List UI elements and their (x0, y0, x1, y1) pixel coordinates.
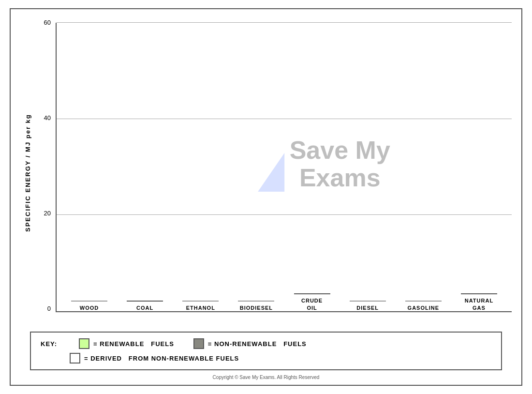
chart-area: SPECIFIC ENERGY / MJ per kg 0 20 40 60 (20, 19, 512, 327)
y-tick-40: 40 (36, 114, 53, 121)
bar-natural-gas (461, 293, 497, 294)
bar-item-natural-gas: NATURALGAS (457, 293, 501, 311)
bar-ethanol (182, 301, 219, 302)
legend-item-derived: = DERIVED FROM NON-RENEWABLE FUELS (70, 353, 239, 364)
chart-container: SPECIFIC ENERGY / MJ per kg 0 20 40 60 (10, 8, 522, 386)
legend-box-renewable (79, 338, 89, 349)
bar-label-natural-gas: NATURALGAS (465, 297, 493, 311)
bar-crude-oil (294, 293, 330, 294)
bar-label-gasoline: GASOLINE (408, 304, 439, 311)
y-axis-label: SPECIFIC ENERGY / MJ per kg (20, 19, 31, 327)
bar-label-biodiesel: BIODIESEL (240, 304, 273, 311)
bar-biodiesel (238, 301, 274, 302)
bar-item-ethanol: ETHANOL (179, 301, 222, 311)
grid-and-bars: 0 20 40 60 Save MyExams (36, 19, 512, 327)
bar-item-biodiesel: BIODIESEL (235, 301, 278, 311)
bars-group: WOOD COAL ETHANOL (57, 23, 512, 311)
bar-item-diesel: DIESEL (346, 301, 389, 311)
bar-label-ethanol: ETHANOL (186, 304, 215, 311)
bar-label-diesel: DIESEL (356, 304, 379, 311)
bar-diesel (350, 301, 386, 302)
legend-area: KEY: = RENEWABLE FUELS = NON-RENEWABLE F… (30, 332, 502, 370)
bar-label-crude-oil: CRUDEOIL (301, 297, 323, 311)
bar-item-wood: WOOD (68, 301, 111, 311)
legend-item-renewable: = RENEWABLE FUELS (79, 338, 174, 349)
legend-item-non-renewable: = NON-RENEWABLE FUELS (193, 338, 307, 349)
y-tick-20: 20 (36, 210, 53, 217)
legend-label-non-renewable: = NON-RENEWABLE FUELS (208, 340, 307, 348)
bar-item-gasoline: GASOLINE (401, 301, 445, 311)
bar-label-wood: WOOD (80, 304, 99, 311)
y-ticks: 0 20 40 60 (36, 19, 53, 312)
bar-gasoline (405, 301, 442, 302)
bar-wood (71, 301, 107, 302)
bar-label-coal: COAL (136, 304, 153, 311)
y-tick-0: 0 (36, 305, 53, 312)
legend-label-derived: = DERIVED FROM NON-RENEWABLE FUELS (84, 355, 239, 362)
bars-area: Save MyExams WOOD COAL (56, 23, 512, 312)
bar-item-coal: COAL (123, 301, 167, 311)
copyright: Copyright © Save My Exams. All Rights Re… (20, 375, 512, 380)
y-tick-60: 60 (36, 19, 53, 26)
legend-label-renewable: = RENEWABLE FUELS (93, 340, 174, 348)
legend-box-derived (70, 353, 80, 364)
legend-box-non-renewable (193, 338, 204, 349)
bar-coal (127, 301, 163, 302)
legend-title: KEY: (41, 340, 57, 348)
chart-inner: 0 20 40 60 Save MyExams (31, 19, 512, 327)
bar-item-crude-oil: CRUDEOIL (290, 293, 334, 311)
